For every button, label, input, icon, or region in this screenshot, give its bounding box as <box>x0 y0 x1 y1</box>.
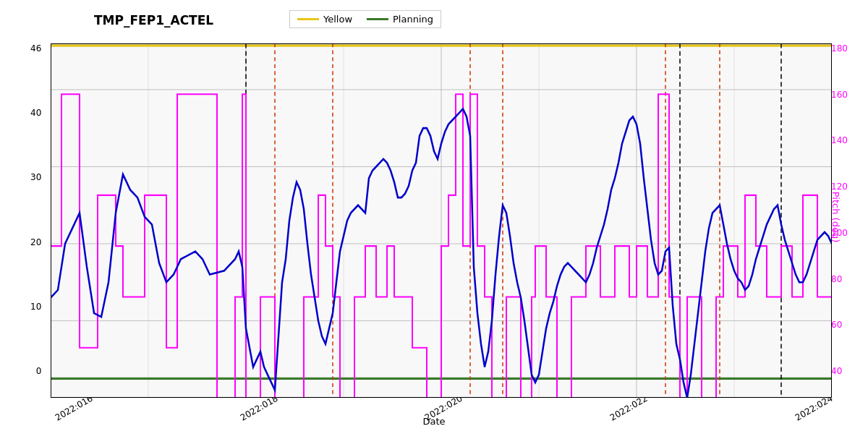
yellow-legend-line <box>297 18 319 20</box>
chart-title: TMP_FEP1_ACTEL <box>94 13 213 27</box>
legend-yellow: Yellow <box>297 14 352 25</box>
main-chart-svg <box>51 43 832 398</box>
legend-planning: Planning <box>367 14 433 25</box>
y-right-ticks: 180 160 140 120 100 80 60 40 <box>831 43 848 376</box>
x-axis-ticks: 2022:016 2022:018 2022:020 2022:022 2022… <box>51 400 832 414</box>
planning-legend-line <box>367 18 388 20</box>
legend: Yellow Planning <box>289 10 441 28</box>
yellow-legend-label: Yellow <box>323 14 352 25</box>
chart-container: TMP_FEP1_ACTEL Yellow Planning Temperatu… <box>0 0 868 434</box>
planning-legend-label: Planning <box>393 14 433 25</box>
y-left-ticks: 46 40 30 20 10 0 <box>30 43 41 376</box>
